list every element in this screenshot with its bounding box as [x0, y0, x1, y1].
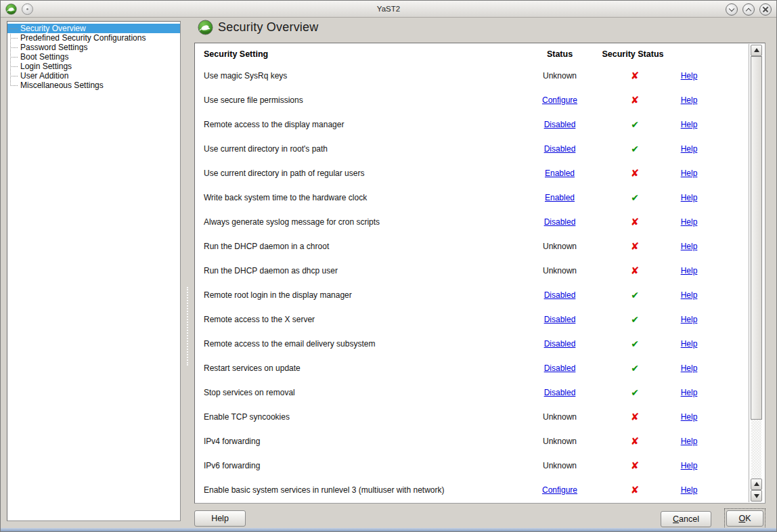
status-link[interactable]: Enabled [519, 169, 600, 178]
help-link[interactable]: Help [654, 193, 724, 202]
status-link[interactable]: Enabled [519, 193, 600, 202]
setting-label: Remote access to the display manager [204, 120, 344, 129]
help-link[interactable]: Help [654, 363, 724, 373]
setting-label: Restart services on update [204, 363, 301, 373]
minimize-button[interactable] [726, 3, 738, 16]
status-value: Unknown [519, 266, 600, 275]
help-link[interactable]: Help [654, 266, 724, 275]
status-link[interactable]: Disabled [519, 217, 600, 227]
status-value: Unknown [519, 461, 600, 470]
help-link[interactable]: Help [654, 315, 724, 324]
help-link[interactable]: Help [654, 485, 724, 495]
status-link[interactable]: Disabled [519, 315, 600, 324]
sidebar-item[interactable]: Password Settings [7, 43, 180, 52]
yast2-window: { "window": { "title": "YaST2", "control… [0, 0, 777, 532]
table-row: Remote root login in the display manager… [195, 283, 765, 307]
maximize-icon [746, 7, 751, 13]
sidebar-item[interactable]: Security Overview [7, 24, 180, 33]
sidebar-tree: Security OverviewPredefined Security Con… [7, 21, 181, 521]
sidebar-item[interactable]: Boot Settings [7, 52, 180, 62]
setting-label: Remote access to the email delivery subs… [204, 339, 375, 349]
status-value: Unknown [519, 437, 600, 446]
sidebar-item[interactable]: Login Settings [7, 62, 180, 71]
table-row: Use current directory in path of regular… [195, 161, 765, 185]
scroll-up-button[interactable] [751, 45, 762, 56]
scrollbar-track[interactable] [751, 420, 761, 479]
status-value: Unknown [519, 412, 600, 422]
scrollbar-thumb[interactable] [751, 56, 762, 420]
sidebar-tree-list: Security OverviewPredefined Security Con… [7, 24, 180, 90]
help-link[interactable]: Help [654, 461, 724, 470]
help-button[interactable]: Help [194, 510, 246, 527]
up-arrow-icon [754, 482, 759, 486]
splitter-handle[interactable] [183, 21, 192, 521]
status-link[interactable]: Disabled [519, 144, 600, 154]
cancel-button[interactable]: Cancel [661, 511, 711, 527]
help-link[interactable]: Help [654, 437, 724, 446]
window-bottom-border [1, 528, 776, 531]
maximize-button[interactable] [742, 3, 755, 16]
down-arrow-icon [754, 494, 759, 498]
table-row: Write back system time to the hardware c… [195, 185, 765, 210]
scroll-down-button[interactable] [751, 490, 762, 502]
security-settings-table: Security Setting Status Security Status … [194, 43, 765, 504]
status-link[interactable]: Disabled [519, 290, 600, 300]
sidebar-item[interactable]: Miscellaneous Settings [7, 81, 180, 90]
help-link[interactable]: Help [654, 169, 724, 178]
table-row: Remote access to the display manager Dis… [195, 112, 765, 137]
help-link[interactable]: Help [654, 95, 724, 105]
table-row: Run the DHCP daemon as dhcp user Unknown… [195, 259, 765, 283]
security-module-icon [198, 20, 213, 35]
help-link[interactable]: Help [654, 217, 724, 227]
table-row: Use secure file permissions Configure ✘ … [195, 88, 765, 112]
window-controls [726, 3, 772, 16]
setting-label: Remote access to the X server [204, 315, 315, 324]
help-link[interactable]: Help [654, 339, 724, 349]
help-link[interactable]: Help [654, 290, 724, 300]
column-header-security-status: Security Status [572, 49, 694, 59]
help-link[interactable]: Help [654, 120, 724, 129]
table-row: Use magic SysRq keys Unknown ✘ Help [195, 64, 765, 88]
sidebar-item[interactable]: User Addition [7, 71, 180, 81]
status-value: Unknown [519, 71, 600, 81]
setting-label: Use current directory in path of regular… [204, 169, 364, 178]
setting-label: Always generate syslog message for cron … [204, 217, 380, 227]
setting-label: Enable TCP syncookies [204, 412, 290, 422]
scroll-up-button-bottom[interactable] [751, 479, 762, 490]
table-row: Remote access to the X server Disabled ✔… [195, 307, 765, 332]
status-link[interactable]: Disabled [519, 363, 600, 373]
setting-label: Use current directory in root's path [204, 144, 328, 154]
setting-label: IPv6 forwarding [204, 461, 260, 470]
sidebar-item[interactable]: Predefined Security Configurations [7, 33, 180, 43]
help-link[interactable]: Help [654, 144, 724, 154]
setting-label: Use magic SysRq keys [204, 71, 287, 81]
help-link[interactable]: Help [654, 412, 724, 422]
table-row: Stop services on removal Disabled ✔ Help [195, 380, 765, 405]
table-row: Run the DHCP daemon in a chroot Unknown … [195, 234, 765, 259]
titlebar: YaST2 [1, 1, 776, 18]
setting-label: Use secure file permissions [204, 95, 303, 105]
help-link[interactable]: Help [654, 388, 724, 397]
minimize-icon [729, 5, 734, 11]
status-link[interactable]: Disabled [519, 339, 600, 349]
table-header-row: Security Setting Status Security Status [195, 43, 765, 64]
table-row: Always generate syslog message for cron … [195, 210, 765, 234]
status-link[interactable]: Configure [519, 485, 600, 495]
status-link[interactable]: Disabled [519, 388, 600, 397]
help-link[interactable]: Help [654, 242, 724, 251]
table-body: Use magic SysRq keys Unknown ✘ Help Use … [195, 64, 765, 502]
default-button-focus-ring: OK [724, 508, 765, 529]
setting-label: Run the DHCP daemon in a chroot [204, 242, 329, 251]
setting-label: Enable basic system services in runlevel… [204, 485, 444, 495]
table-row: Restart services on update Disabled ✔ He… [195, 356, 765, 380]
ok-button[interactable]: OK [726, 510, 763, 527]
vertical-scrollbar[interactable] [751, 45, 762, 502]
close-button[interactable] [759, 3, 772, 16]
setting-label: Stop services on removal [204, 388, 295, 397]
status-link[interactable]: Disabled [519, 120, 600, 129]
status-link[interactable]: Configure [519, 95, 600, 105]
setting-label: Run the DHCP daemon as dhcp user [204, 266, 338, 275]
setting-label: IPv4 forwarding [204, 437, 260, 446]
help-link[interactable]: Help [654, 71, 724, 81]
setting-label: Remote root login in the display manager [204, 290, 352, 300]
